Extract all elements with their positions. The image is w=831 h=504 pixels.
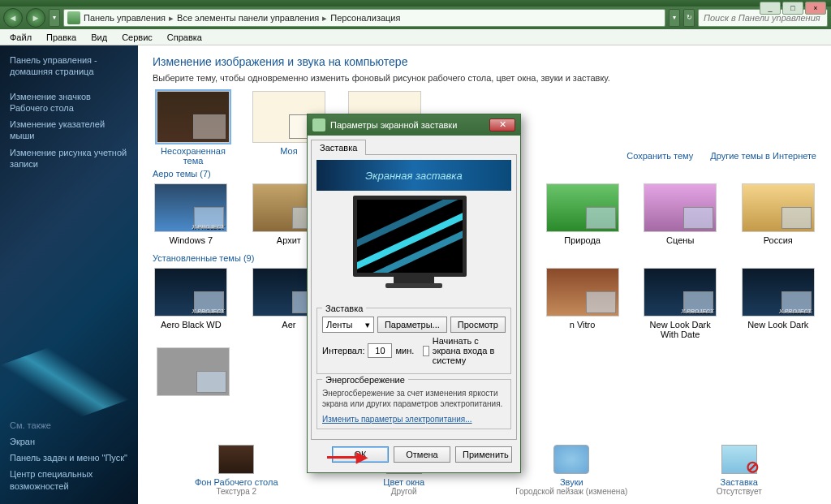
screensaver-combo[interactable]: Ленты bbox=[322, 317, 374, 333]
screensaver-icon bbox=[721, 445, 757, 474]
theme-label: Aero Black WD bbox=[161, 320, 222, 330]
theme-label: New Look Dark With Date bbox=[650, 320, 711, 339]
theme-label: Природа bbox=[564, 235, 601, 245]
back-button[interactable]: ◄ bbox=[3, 8, 23, 28]
sounds-button[interactable]: Звуки Городской пейзаж (изменена) bbox=[515, 445, 628, 496]
bottom-sub: Отсутствует bbox=[682, 487, 796, 496]
breadcrumb-dropdown[interactable]: ▾ bbox=[669, 9, 680, 27]
power-settings-link[interactable]: Изменить параметры электропитания... bbox=[322, 415, 472, 424]
chevron-right-icon: ▸ bbox=[169, 13, 174, 24]
page-title: Изменение изображения и звука на компьют… bbox=[153, 55, 816, 68]
navbar: ◄ ► ▾ Панель управления ▸ Все элементы п… bbox=[0, 6, 831, 29]
theme-thumb bbox=[546, 268, 619, 317]
bottom-sub: Текстура 2 bbox=[179, 487, 293, 496]
theme-item[interactable]: n Vitro bbox=[544, 268, 621, 339]
dialog-title-text: Параметры экранной заставки bbox=[330, 120, 457, 130]
energy-text: Энергосбережение за счет изменения яркос… bbox=[322, 388, 506, 409]
theme-thumb bbox=[157, 347, 230, 396]
bottom-label: Заставка bbox=[682, 477, 796, 487]
theme-label: Aer bbox=[282, 320, 295, 330]
theme-label: Несохраненная тема bbox=[153, 146, 234, 166]
bottom-label: Фон Рабочего стола bbox=[179, 477, 293, 487]
breadcrumb-seg[interactable]: Панель управления bbox=[84, 13, 166, 23]
menu-tools[interactable]: Сервис bbox=[115, 31, 159, 44]
fieldset-energy: Энергосбережение Энергосбережение за сче… bbox=[316, 379, 511, 429]
bottom-sub: Другой bbox=[347, 487, 461, 496]
theme-label: Архит bbox=[277, 235, 301, 245]
sidebar-link-mouse[interactable]: Изменение указателей мыши bbox=[10, 116, 128, 144]
refresh-button[interactable]: ↻ bbox=[683, 9, 695, 27]
sidebar-link-desktop-icons[interactable]: Изменение значков Рабочего стола bbox=[10, 88, 128, 117]
fieldset-screensaver: Заставка Ленты Параметры... Просмотр Инт… bbox=[316, 308, 511, 374]
maximize-button[interactable]: □ bbox=[782, 2, 803, 15]
history-dropdown[interactable]: ▾ bbox=[49, 9, 60, 27]
min-label: мин. bbox=[395, 346, 414, 355]
theme-label: n Vitro bbox=[570, 320, 596, 330]
theme-thumb bbox=[742, 183, 815, 232]
checkbox-label: Начинать с экрана входа в систему bbox=[433, 336, 506, 365]
theme-label: Windows 7 bbox=[169, 235, 213, 245]
sidebar-link-display[interactable]: Экран bbox=[10, 433, 128, 450]
interval-label: Интервал: bbox=[322, 346, 364, 355]
theme-item[interactable]: Природа bbox=[544, 183, 621, 245]
preview-button[interactable]: Просмотр bbox=[450, 317, 506, 333]
sidebar: Панель управления - домашняя страница Из… bbox=[0, 45, 138, 504]
theme-item[interactable]: X PROJECTNew Look Dark With Date bbox=[642, 268, 719, 339]
breadcrumb-seg[interactable]: Персонализация bbox=[330, 13, 400, 23]
sidebar-link-taskbar[interactable]: Панель задач и меню "Пуск" bbox=[10, 450, 128, 466]
theme-item[interactable]: Россия bbox=[739, 183, 816, 245]
fieldset-label: Заставка bbox=[322, 304, 366, 313]
bottom-label: Звуки bbox=[515, 477, 628, 487]
theme-item[interactable]: X PROJECTNew Look Dark bbox=[739, 268, 816, 339]
breadcrumb[interactable]: Панель управления ▸ Все элементы панели … bbox=[63, 9, 665, 27]
menu-edit[interactable]: Правка bbox=[40, 31, 83, 44]
menu-help[interactable]: Справка bbox=[161, 31, 209, 44]
menubar: Файл Правка Вид Сервис Справка bbox=[0, 29, 831, 45]
dialog-close-button[interactable]: ✕ bbox=[489, 118, 515, 131]
sidebar-home[interactable]: Панель управления - домашняя страница bbox=[10, 52, 128, 80]
bottom-sub: Городской пейзаж (изменена) bbox=[515, 487, 628, 496]
logon-checkbox[interactable] bbox=[423, 346, 428, 356]
theme-thumb: X PROJECT bbox=[644, 268, 717, 317]
menu-view[interactable]: Вид bbox=[84, 31, 114, 44]
dialog-banner: Экранная заставка bbox=[316, 160, 511, 191]
more-themes-link[interactable]: Другие темы в Интернете bbox=[710, 151, 816, 161]
window-titlebar bbox=[0, 0, 831, 6]
screensaver-button[interactable]: Заставка Отсутствует bbox=[682, 445, 796, 496]
monitor-preview bbox=[353, 196, 475, 301]
save-theme-link[interactable]: Сохранить тему bbox=[626, 151, 693, 161]
minimize-button[interactable]: _ bbox=[760, 2, 781, 15]
theme-thumb bbox=[644, 183, 717, 232]
screensaver-dialog: Параметры экранной заставки ✕ Заставка Э… bbox=[307, 114, 521, 473]
theme-item[interactable]: X PROJECTWindows 7 bbox=[153, 183, 230, 245]
theme-item[interactable] bbox=[153, 347, 234, 399]
theme-label: Россия bbox=[764, 235, 793, 245]
control-panel-icon bbox=[67, 11, 80, 24]
cancel-button[interactable]: Отмена bbox=[394, 446, 450, 463]
bottom-label: Цвет окна bbox=[347, 477, 461, 487]
chevron-right-icon: ▸ bbox=[322, 13, 327, 24]
window-controls: _ □ × bbox=[760, 2, 826, 15]
tab-screensaver[interactable]: Заставка bbox=[311, 140, 366, 155]
sidebar-link-accessibility[interactable]: Центр специальных возможностей bbox=[10, 466, 128, 494]
menu-file[interactable]: Файл bbox=[3, 31, 38, 44]
theme-item[interactable]: Сцены bbox=[642, 183, 719, 245]
theme-item[interactable]: Несохраненная тема bbox=[153, 91, 234, 166]
sidebar-link-account-picture[interactable]: Изменение рисунка учетной записи bbox=[10, 144, 128, 173]
forward-button[interactable]: ► bbox=[26, 8, 45, 28]
dialog-titlebar[interactable]: Параметры экранной заставки ✕ bbox=[308, 114, 520, 136]
breadcrumb-seg[interactable]: Все элементы панели управления bbox=[177, 13, 319, 23]
theme-label: New Look Dark bbox=[747, 320, 808, 330]
apply-button[interactable]: Применить bbox=[455, 446, 512, 463]
desktop-background-button[interactable]: Фон Рабочего стола Текстура 2 bbox=[179, 445, 293, 496]
dialog-icon bbox=[312, 118, 325, 131]
interval-input[interactable] bbox=[368, 343, 392, 358]
sound-icon bbox=[553, 445, 589, 474]
theme-thumb bbox=[546, 183, 619, 232]
annotation-arrow bbox=[327, 448, 368, 466]
params-button[interactable]: Параметры... bbox=[377, 317, 447, 333]
close-button[interactable]: × bbox=[805, 2, 826, 15]
fieldset-label: Энергосбережение bbox=[322, 375, 408, 385]
theme-label: Сцены bbox=[666, 235, 694, 245]
theme-item[interactable]: X PROJECTAero Black WD bbox=[153, 268, 230, 339]
